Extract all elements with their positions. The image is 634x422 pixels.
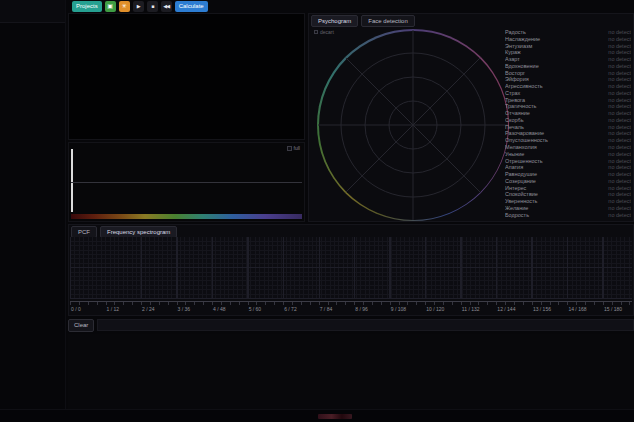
axis-tick-label: 5 / 60 (249, 306, 262, 312)
axis-tick-label: 15 / 180 (604, 306, 622, 312)
emotion-label: Тревога (505, 97, 525, 104)
emotion-label: Апатия (505, 164, 523, 171)
emotion-label: Равнодушие (505, 171, 537, 178)
psychogram-chart (317, 29, 509, 221)
emotion-row: Трагичность no detect (505, 103, 631, 110)
axis-tick-label: 2 / 24 (142, 306, 155, 312)
psychogram-panel: Psychogram Face detection decart (308, 13, 634, 222)
emotion-label: Вдохновение (505, 63, 539, 70)
emotion-label: Созерцание (505, 178, 536, 185)
emotion-value: no detect (608, 43, 631, 50)
axis-tick-label: 12 / 144 (497, 306, 515, 312)
stop-icon[interactable]: ■ (147, 1, 158, 12)
emotion-value: no detect (608, 56, 631, 63)
emotion-row: Энтузиазм no detect (505, 43, 631, 50)
emotion-value: no detect (608, 191, 631, 198)
emotion-row: Уверенность no detect (505, 198, 631, 205)
projects-button[interactable]: Projects (72, 1, 102, 12)
emotion-row: Эйфория no detect (505, 76, 631, 83)
axis-tick-label: 9 / 108 (391, 306, 406, 312)
emotion-value: no detect (608, 130, 631, 137)
emotion-list: Радость no detect Наслаждение no detect … (505, 29, 631, 218)
full-checkbox[interactable] (287, 146, 292, 151)
calculate-button[interactable]: Calculate (175, 1, 208, 12)
emotion-row: Азарт no detect (505, 56, 631, 63)
emotion-row: Страх no detect (505, 90, 631, 97)
axis-tick-label: 4 / 48 (213, 306, 226, 312)
emotion-label: Спокойствие (505, 191, 538, 198)
psychogram-grid (317, 29, 509, 221)
tab-face-detection[interactable]: Face detection (361, 15, 414, 27)
emotion-label: Азарт (505, 56, 520, 63)
emotion-value: no detect (608, 137, 631, 144)
emotion-label: Эйфория (505, 76, 529, 83)
clear-row: Clear (68, 318, 634, 332)
emotion-label: Агрессивность (505, 83, 543, 90)
waveform-panel[interactable]: full (68, 142, 305, 222)
axis-labels: 0 / 01 / 122 / 243 / 364 / 485 / 606 / 7… (70, 305, 632, 314)
rewind-icon[interactable]: ◀◀ (161, 1, 172, 12)
emotion-value: no detect (608, 90, 631, 97)
emotion-label: Кураж (505, 49, 521, 56)
video-preview (68, 13, 305, 140)
emotion-row: Отчаяние no detect (505, 110, 631, 117)
tab-psychogram[interactable]: Psychogram (311, 15, 358, 27)
axis-tick-label: 8 / 96 (355, 306, 368, 312)
document-icon[interactable]: ▣ (105, 1, 116, 12)
emotion-row: Кураж no detect (505, 49, 631, 56)
emotion-row: Интерес no detect (505, 185, 631, 192)
psychogram-tabs: Psychogram Face detection (311, 15, 415, 27)
axis-tick-label: 6 / 72 (284, 306, 297, 312)
emotion-value: no detect (608, 212, 631, 219)
emotion-label: Меланхолия (505, 144, 537, 151)
burst-icon[interactable]: ✳ (119, 1, 130, 12)
emotion-value: no detect (608, 171, 631, 178)
emotion-row: Восторг no detect (505, 70, 631, 77)
emotion-value: no detect (608, 151, 631, 158)
emotion-row: Равнодушие no detect (505, 171, 631, 178)
progress-bar (97, 319, 634, 331)
emotion-label: Радость (505, 29, 526, 36)
axis-tick-label: 10 / 120 (426, 306, 444, 312)
emotion-value: no detect (608, 117, 631, 124)
emotion-row: Наслаждение no detect (505, 36, 631, 43)
emotion-label: Уныние (505, 151, 524, 158)
emotion-row: Разочарование no detect (505, 130, 631, 137)
clear-button[interactable]: Clear (68, 319, 94, 332)
axis-tick-label: 3 / 36 (178, 306, 191, 312)
emotion-value: no detect (608, 178, 631, 185)
spectrogram-axis: 0 / 01 / 122 / 243 / 364 / 485 / 606 / 7… (70, 301, 632, 315)
emotion-label: Энтузиазм (505, 43, 532, 50)
full-checkbox-label: full (294, 145, 300, 151)
emotion-value: no detect (608, 76, 631, 83)
emotion-row: Созерцание no detect (505, 178, 631, 185)
status-indicator (318, 414, 352, 419)
emotion-label: Разочарование (505, 130, 544, 137)
emotion-value: no detect (608, 205, 631, 212)
emotion-label: Восторг (505, 70, 525, 77)
emotion-value: no detect (608, 185, 631, 192)
emotion-value: no detect (608, 164, 631, 171)
emotion-label: Желание (505, 205, 528, 212)
waveform-playhead[interactable] (71, 149, 73, 212)
emotion-row: Спокойствие no detect (505, 191, 631, 198)
emotion-label: Трагичность (505, 103, 536, 110)
axis-tick-label: 0 / 0 (71, 306, 81, 312)
emotion-value: no detect (608, 36, 631, 43)
emotion-value: no detect (608, 49, 631, 56)
emotion-label: Наслаждение (505, 36, 540, 43)
emotion-row: Меланхолия no detect (505, 144, 631, 151)
emotion-value: no detect (608, 198, 631, 205)
emotion-value: no detect (608, 63, 631, 70)
emotion-row: Вдохновение no detect (505, 63, 631, 70)
results-area (68, 334, 634, 410)
emotion-value: no detect (608, 83, 631, 90)
axis-tick-label: 7 / 84 (320, 306, 333, 312)
emotion-row: Уныние no detect (505, 151, 631, 158)
emotion-label: Отчаяние (505, 110, 530, 117)
emotion-label: Бодрость (505, 212, 529, 219)
play-icon[interactable]: ▶ (133, 1, 144, 12)
projects-sidebar[interactable] (0, 0, 66, 422)
emotion-value: no detect (608, 144, 631, 151)
emotion-row: Агрессивность no detect (505, 83, 631, 90)
